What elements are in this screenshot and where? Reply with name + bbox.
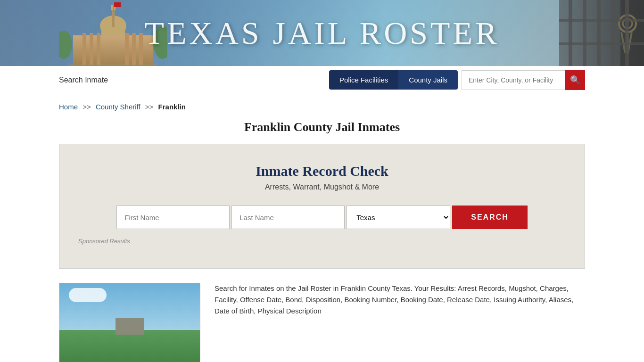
inmate-search-button[interactable]: SEARCH (452, 206, 528, 229)
svg-rect-28 (611, 0, 615, 66)
svg-rect-4 (125, 33, 129, 66)
svg-rect-1 (83, 33, 86, 66)
svg-point-15 (59, 31, 72, 59)
image-clouds (69, 288, 107, 302)
svg-rect-12 (114, 2, 121, 7)
header-banner: Texas Jail Roster (0, 0, 644, 66)
svg-rect-14 (64, 66, 163, 66)
inmate-search-row: Texas Alabama Alaska Arizona Arkansas Ca… (78, 206, 566, 229)
svg-rect-11 (113, 2, 114, 12)
last-name-input[interactable] (231, 206, 345, 229)
facility-description: Search for Inmates on the Jail Roster in… (215, 283, 585, 317)
nav-buttons: Police Facilities County Jails 🔍 (329, 70, 585, 90)
svg-rect-31 (559, 42, 644, 45)
county-jails-button[interactable]: County Jails (398, 70, 458, 90)
navigation-bar: Search Inmate Police Facilities County J… (0, 66, 644, 94)
svg-rect-30 (559, 19, 644, 22)
svg-rect-26 (583, 0, 586, 66)
first-name-input[interactable] (116, 206, 230, 229)
record-check-title: Inmate Record Check (78, 163, 566, 179)
breadcrumb-sep-1: >> (83, 103, 91, 111)
page-title-wrap: Franklin County Jail Inmates (0, 115, 644, 144)
facility-search-input[interactable] (462, 70, 565, 90)
jail-bars (559, 0, 644, 66)
image-building (116, 318, 144, 335)
svg-rect-5 (132, 33, 136, 66)
facility-image (59, 283, 200, 362)
police-facilities-button[interactable]: Police Facilities (329, 70, 398, 90)
search-inmate-label: Search Inmate (59, 76, 108, 84)
sponsored-label: Sponsored Results (78, 238, 566, 245)
image-ground (59, 330, 200, 362)
svg-rect-25 (569, 0, 572, 66)
breadcrumb-county-sheriff[interactable]: County Sheriff (96, 103, 140, 111)
search-icon: 🔍 (570, 75, 580, 85)
breadcrumb-current: Franklin (158, 103, 186, 111)
page-title: Franklin County Jail Inmates (0, 120, 644, 134)
record-check-subtitle: Arrests, Warrant, Mugshot & More (78, 183, 566, 191)
svg-rect-27 (597, 0, 601, 66)
site-title: Texas Jail Roster (144, 15, 499, 52)
record-check-widget: Inmate Record Check Arrests, Warrant, Mu… (59, 144, 585, 269)
facility-search-wrap: 🔍 (462, 70, 585, 90)
svg-rect-2 (90, 33, 93, 66)
svg-rect-3 (97, 33, 100, 66)
svg-rect-29 (625, 0, 629, 66)
facility-search-button[interactable]: 🔍 (565, 70, 585, 90)
breadcrumb-sep-2: >> (145, 103, 154, 111)
state-select[interactable]: Texas Alabama Alaska Arizona Arkansas Ca… (347, 206, 450, 229)
breadcrumb-home[interactable]: Home (59, 103, 78, 111)
breadcrumb: Home >> County Sheriff >> Franklin (0, 94, 644, 115)
bottom-section: Search for Inmates on the Jail Roster in… (0, 283, 644, 362)
svg-rect-6 (139, 33, 143, 66)
